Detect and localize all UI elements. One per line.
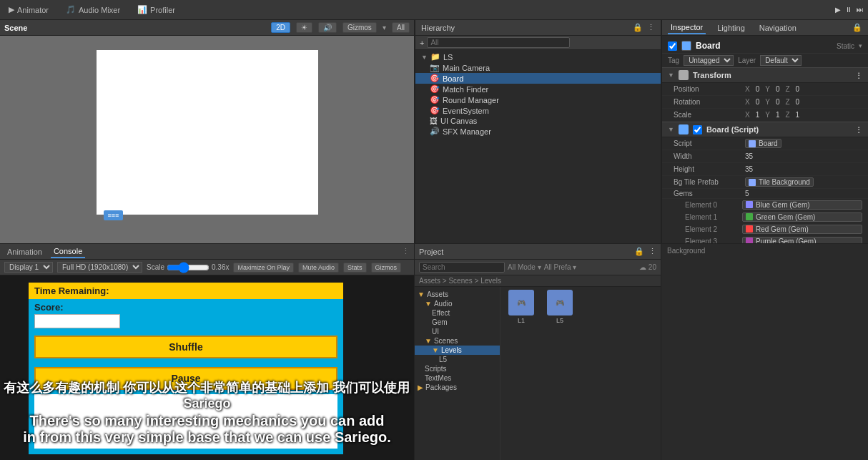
mute-audio-btn[interactable]: Mute Audio xyxy=(298,263,339,273)
game-content: Time Remaining: Score: Shuffle Pause 有这么… xyxy=(0,275,414,460)
scale-control: Scale 0.36x xyxy=(147,262,229,273)
shuffle-btn[interactable]: Shuffle xyxy=(34,336,337,358)
stats-btn[interactable]: Stats xyxy=(343,263,367,273)
scale-slider[interactable] xyxy=(167,262,209,273)
object-active-checkbox[interactable] xyxy=(668,41,677,51)
h-item-main-camera[interactable]: 📷 Main Camera xyxy=(415,62,661,73)
h-item-ui-canvas[interactable]: 🖼 UI Canvas xyxy=(415,116,661,126)
scene-tab[interactable]: Scene xyxy=(4,24,27,32)
scene-content: ≡≡≡ xyxy=(0,36,414,263)
resolution-select[interactable]: Full HD (1920x1080) xyxy=(57,262,142,273)
inspector-content: Board Static ▾ Tag Untagged Layer Defaul… xyxy=(662,36,868,263)
tree-packages[interactable]: ▶ Packages xyxy=(415,383,500,392)
h-item-ls[interactable]: ▼ 📁 LS xyxy=(415,52,661,62)
game-time-label: Time Remaining: xyxy=(29,283,343,299)
tree-textmes[interactable]: TextMes xyxy=(415,373,500,383)
project-search-input[interactable] xyxy=(419,262,505,273)
bottom-left-toolbar: Animation Console ⋮ xyxy=(0,244,414,260)
gizmos-btn[interactable]: Gizmos xyxy=(371,263,402,273)
object-name: Board xyxy=(696,41,832,51)
hierarchy-title: Hierarchy xyxy=(421,24,455,32)
h-item-match-finder[interactable]: 🎯 Match Finder xyxy=(415,84,661,94)
tree-assets[interactable]: ▼ Assets xyxy=(415,290,500,299)
bottom-right-panel: Background xyxy=(661,243,868,460)
gems-header: Gems 5 xyxy=(662,189,868,199)
board-script-checkbox[interactable] xyxy=(693,125,702,134)
project-content: ▼ Assets ▼ Audio Effect Gem UI ▼ Scenes … xyxy=(415,287,661,460)
hierarchy-add-icon[interactable]: + xyxy=(420,39,424,47)
file-l1[interactable]: 🎮 L1 xyxy=(503,290,539,324)
btn-all[interactable]: All xyxy=(392,22,410,33)
score-box xyxy=(34,314,120,328)
tree-l5[interactable]: L5 xyxy=(415,355,500,364)
animator-icon: ▶ xyxy=(9,5,14,14)
prop-width: Width 35 xyxy=(662,150,868,163)
tree-scripts[interactable]: Scripts xyxy=(415,364,500,373)
bottom-left-panel: Animation Console ⋮ Display 1 Full HD (1… xyxy=(0,243,415,460)
tree-scenes[interactable]: ▼ Scenes xyxy=(415,336,500,346)
object-layer-select[interactable]: Default xyxy=(760,55,802,66)
prop-script: Script Board xyxy=(662,137,868,150)
prop-position: Position X0 Y0 Z0 xyxy=(662,83,868,96)
tree-audio[interactable]: ▼ Audio xyxy=(415,299,500,308)
project-tree: ▼ Assets ▼ Audio Effect Gem UI ▼ Scenes … xyxy=(415,287,500,460)
tree-gem[interactable]: Gem xyxy=(415,318,500,327)
prop-height: Height 35 xyxy=(662,163,868,176)
maximize-btn[interactable]: Maximize On Play xyxy=(233,263,294,273)
tree-effect[interactable]: Effect xyxy=(415,308,500,318)
toolbar-tab-profiler[interactable]: 📊 Profiler xyxy=(133,4,179,16)
project-breadcrumb: Assets > Scenes > Levels xyxy=(415,275,661,287)
tab-console[interactable]: Console xyxy=(51,245,85,258)
btn-gizmos[interactable]: Gizmos xyxy=(342,22,377,33)
background-label: Background xyxy=(661,244,868,258)
hierarchy-search-input[interactable] xyxy=(427,37,570,48)
inspector-panel: Inspector Lighting Navigation 🔒 Board St… xyxy=(661,20,868,263)
top-toolbar: ▶ Animator 🎵 Audio Mixer 📊 Profiler ▶ ⏸ … xyxy=(0,0,868,20)
pause-btn[interactable]: Pause xyxy=(34,367,337,390)
game-board-area xyxy=(34,394,337,449)
tab-navigation[interactable]: Navigation xyxy=(756,22,799,34)
scene-transform-handle[interactable]: ≡≡≡ xyxy=(104,210,124,220)
tab-lighting[interactable]: Lighting xyxy=(714,22,748,34)
tree-levels[interactable]: ▼ Levels xyxy=(415,346,500,355)
h-item-sfx-manager[interactable]: 🔊 SFX Manager xyxy=(415,126,661,137)
game-score-area: Score: xyxy=(29,299,343,331)
tab-inspector[interactable]: Inspector xyxy=(668,21,706,34)
h-item-round-manager[interactable]: 🎯 Round Manager xyxy=(415,94,661,105)
bg-tile-ref[interactable]: Tile Background xyxy=(745,177,814,187)
toolbar-tab-animator[interactable]: ▶ Animator xyxy=(4,4,53,16)
h-item-eventsystem[interactable]: 🎯 EventSystem xyxy=(415,105,661,116)
hierarchy-content: ▼ 📁 LS 📷 Main Camera 🎯 Board 🎯 Match Fin… xyxy=(415,50,661,263)
tree-ui[interactable]: UI xyxy=(415,327,500,336)
project-lock-icon[interactable]: 🔒 xyxy=(634,247,644,256)
file-l5-icon: 🎮 xyxy=(547,290,573,315)
game-score-label: Score: xyxy=(34,302,63,313)
script-ref[interactable]: Board xyxy=(745,139,781,148)
display-select[interactable]: Display 1 xyxy=(4,262,53,273)
object-tag-select[interactable]: Untagged xyxy=(684,55,734,66)
project-files: 🎮 L1 🎮 L5 xyxy=(500,287,661,460)
hierarchy-lock-icon[interactable]: 🔒 xyxy=(633,23,643,32)
tab-animation[interactable]: Animation xyxy=(4,246,45,258)
btn-lighting[interactable]: ☀ xyxy=(296,22,312,33)
bottom-middle-panel: Project 🔒 ⋮ All Mode ▾ All Prefa ▾ ☁ 20 … xyxy=(415,243,661,460)
scale-value: 0.36x xyxy=(212,263,229,271)
hierarchy-search-bar: + xyxy=(415,36,661,50)
element-0: Element 0 Blue Gem (Gem) xyxy=(662,199,868,211)
hierarchy-header: Hierarchy 🔒 ⋮ xyxy=(415,20,661,36)
board-script-header[interactable]: ▼ Board (Script) ⋮ xyxy=(662,122,868,137)
transform-icon xyxy=(679,70,689,80)
transform-header[interactable]: ▼ Transform ⋮ xyxy=(662,67,868,83)
toolbar-tab-audio-mixer[interactable]: 🎵 Audio Mixer xyxy=(61,4,124,16)
prop-rotation: Rotation X0 Y0 Z0 xyxy=(662,96,868,109)
project-search-bar: All Mode ▾ All Prefa ▾ ☁ 20 xyxy=(415,260,661,275)
btn-2d[interactable]: 2D xyxy=(271,22,290,33)
h-item-board[interactable]: 🎯 Board xyxy=(415,73,661,84)
btn-audio[interactable]: 🔊 xyxy=(318,22,337,33)
file-l5[interactable]: 🎮 L5 xyxy=(542,290,578,324)
scene-panel: Scene 2D ☀ 🔊 Gizmos ▾ All ≡≡≡ xyxy=(0,20,415,263)
game-ui: Time Remaining: Score: Shuffle Pause xyxy=(29,283,343,454)
game-view-toolbar: Display 1 Full HD (1920x1080) Scale 0.36… xyxy=(0,260,414,275)
audio-icon: 🎵 xyxy=(66,5,76,14)
inspector-header: Inspector Lighting Navigation 🔒 xyxy=(662,20,868,36)
